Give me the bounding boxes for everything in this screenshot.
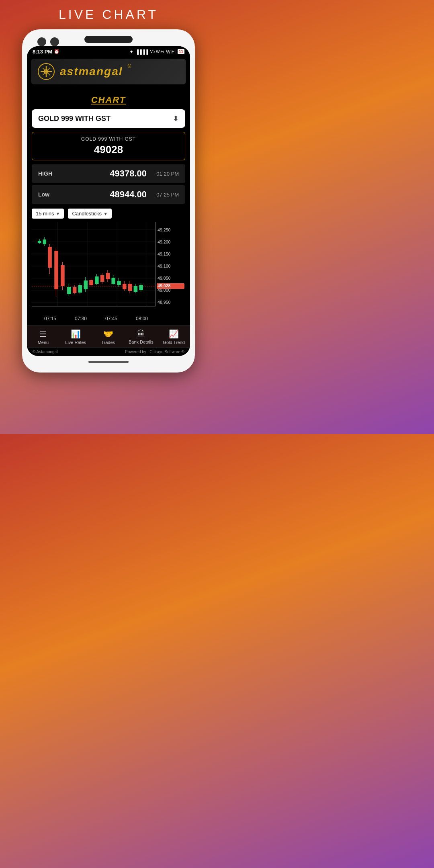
timeframe-label: 15 mins — [36, 211, 54, 217]
high-label: HIGH — [38, 170, 58, 177]
live-rates-icon: 📊 — [71, 329, 81, 339]
nav-bank-details[interactable]: 🏛 Bank Details — [129, 329, 154, 345]
page-title: LIVE CHART — [59, 7, 158, 22]
trades-icon: 🤝 — [103, 329, 113, 339]
nav-gold-trend-label: Gold Trend — [163, 340, 184, 345]
bottom-nav: ☰ Menu 📊 Live Rates 🤝 Trades 🏛 Bank Deta… — [27, 326, 190, 347]
vowifi-label: Vo WiFi — [150, 49, 164, 54]
svg-rect-47 — [100, 275, 104, 282]
svg-rect-29 — [48, 247, 52, 268]
svg-rect-45 — [95, 276, 99, 284]
wifi-icon: WiFi — [166, 49, 176, 55]
svg-text:49,100: 49,100 — [158, 264, 171, 268]
svg-rect-25 — [38, 241, 41, 243]
phone-bottom — [27, 361, 190, 363]
price-current-value: 49028 — [39, 143, 178, 156]
content-area: GOLD 999 WITH GST ⬍ GOLD 999 WITH GST 49… — [27, 109, 190, 326]
svg-rect-31 — [54, 251, 58, 289]
camera-right — [50, 37, 59, 46]
status-time-group: 8:13 PM ⏰ — [33, 49, 59, 55]
svg-rect-43 — [89, 280, 93, 285]
timeframe-dropdown[interactable]: 15 mins ▼ — [32, 209, 64, 219]
phone-notch — [84, 36, 133, 43]
alarm-icon: ⏰ — [54, 49, 59, 54]
menu-icon: ☰ — [39, 329, 47, 339]
time-labels: 07:15 07:30 07:45 08:00 — [35, 314, 157, 321]
svg-text:49,200: 49,200 — [158, 240, 171, 244]
commodity-label: GOLD 999 WITH GST — [38, 115, 111, 123]
commodity-dropdown[interactable]: GOLD 999 WITH GST ⬍ — [32, 109, 185, 128]
footer-right: Powered by : Chirayu Software ® — [125, 350, 184, 354]
status-icons: ✦ ▐▐▐▐ Vo WiFi WiFi 11 — [129, 49, 184, 55]
svg-text:49,000: 49,000 — [158, 288, 171, 293]
nav-gold-trend[interactable]: 📈 Gold Trend — [162, 329, 186, 345]
phone-frame: 8:13 PM ⏰ ✦ ▐▐▐▐ Vo WiFi WiFi 11 — [22, 29, 195, 373]
svg-rect-59 — [134, 286, 138, 292]
gold-trend-icon: 📈 — [169, 329, 179, 339]
logo-icon — [37, 63, 55, 80]
time-label-0715: 07:15 — [44, 316, 56, 321]
price-display-card: GOLD 999 WITH GST 49028 — [32, 132, 185, 160]
nav-live-rates[interactable]: 📊 Live Rates — [63, 329, 88, 345]
nav-menu-label: Menu — [38, 340, 49, 345]
app-header: astmangal ® — [27, 56, 190, 88]
chart-svg: 49,250 49,200 49,150 49,100 49,050 49,02… — [32, 222, 185, 314]
price-commodity-name: GOLD 999 WITH GST — [39, 136, 178, 142]
chart-controls: 15 mins ▼ Candlesticks ▼ — [32, 209, 185, 219]
phone-top — [27, 36, 190, 43]
svg-rect-53 — [117, 281, 121, 285]
low-time: 07:25 PM — [151, 192, 179, 198]
logo-bar: astmangal ® — [31, 59, 186, 84]
camera-left — [37, 37, 46, 46]
time-label-0800: 08:00 — [136, 316, 148, 321]
status-time: 8:13 PM — [33, 49, 52, 55]
low-label: Low — [38, 191, 58, 198]
charttype-dropdown[interactable]: Candlesticks ▼ — [68, 209, 112, 219]
svg-text:49,150: 49,150 — [158, 252, 171, 256]
charttype-label: Candlesticks — [72, 211, 102, 217]
low-row: Low 48944.00 07:25 PM — [32, 185, 185, 204]
high-value: 49378.00 — [62, 168, 147, 179]
svg-rect-55 — [123, 284, 127, 289]
svg-rect-57 — [128, 284, 132, 291]
svg-text:48,950: 48,950 — [158, 300, 171, 305]
charttype-arrow-icon: ▼ — [103, 211, 108, 216]
logo-text: astmangal — [60, 65, 123, 78]
low-value: 48944.00 — [62, 189, 147, 200]
timeframe-arrow-icon: ▼ — [56, 211, 60, 216]
svg-rect-39 — [78, 285, 82, 293]
high-row: HIGH 49378.00 01:20 PM — [32, 164, 185, 183]
svg-rect-35 — [67, 287, 71, 294]
svg-rect-41 — [84, 280, 88, 289]
svg-rect-61 — [139, 285, 143, 290]
logo-registered: ® — [128, 63, 131, 69]
chart-heading: CHART — [27, 88, 190, 109]
bank-details-icon: 🏛 — [137, 329, 145, 338]
time-label-0745: 07:45 — [105, 316, 117, 321]
time-label-0730: 07:30 — [75, 316, 87, 321]
svg-text:49,028: 49,028 — [158, 284, 171, 288]
nav-live-rates-label: Live Rates — [65, 340, 86, 345]
phone-screen: 8:13 PM ⏰ ✦ ▐▐▐▐ Vo WiFi WiFi 11 — [27, 46, 190, 356]
dropdown-arrow-icon: ⬍ — [173, 114, 179, 123]
high-time: 01:20 PM — [151, 171, 179, 177]
phone-cameras — [37, 37, 59, 46]
svg-text:49,050: 49,050 — [158, 276, 171, 280]
svg-rect-37 — [73, 287, 77, 293]
nav-menu[interactable]: ☰ Menu — [31, 329, 55, 345]
svg-rect-27 — [43, 240, 46, 244]
svg-rect-49 — [106, 273, 110, 279]
candlestick-chart: 49,250 49,200 49,150 49,100 49,050 49,02… — [32, 222, 185, 314]
status-bar: 8:13 PM ⏰ ✦ ▐▐▐▐ Vo WiFi WiFi 11 — [27, 46, 190, 56]
svg-rect-51 — [111, 278, 115, 284]
nav-trades[interactable]: 🤝 Trades — [96, 329, 120, 345]
battery-icon: 11 — [178, 49, 184, 54]
signal-icon: ▐▐▐▐ — [135, 49, 148, 54]
nav-bank-details-label: Bank Details — [129, 340, 154, 344]
bluetooth-icon: ✦ — [129, 49, 133, 55]
footer-left: © Astamangal — [33, 350, 57, 354]
phone-home-bar — [88, 361, 129, 363]
svg-rect-33 — [61, 265, 65, 286]
nav-trades-label: Trades — [101, 340, 115, 345]
app-footer: © Astamangal Powered by : Chirayu Softwa… — [27, 347, 190, 356]
